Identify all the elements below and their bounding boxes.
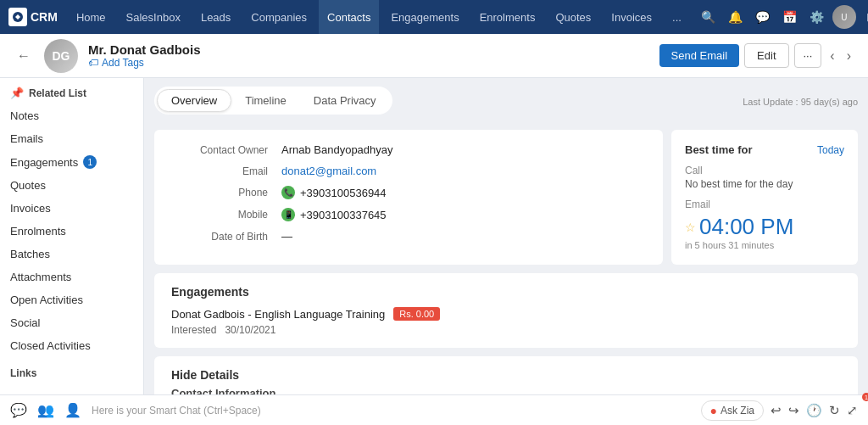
star-icon: ☆ <box>685 221 696 234</box>
avatar[interactable]: U <box>832 5 856 29</box>
sidebar-item-quotes[interactable]: Quotes <box>0 174 143 197</box>
tab-timeline[interactable]: Timeline <box>231 90 300 111</box>
phone-row: Phone 📞 +3903100536944 <box>171 186 646 199</box>
nav-more[interactable]: ... <box>664 0 690 34</box>
sidebar-item-invoices[interactable]: Invoices <box>0 197 143 220</box>
gear-icon[interactable]: ⚙️ <box>805 5 829 29</box>
engagements-title: Engagements <box>171 285 841 299</box>
calendar-icon[interactable]: 📅 <box>778 5 802 29</box>
nav-quotes[interactable]: Quotes <box>547 0 599 34</box>
prev-button[interactable]: ‹ <box>826 45 837 67</box>
bell-icon[interactable]: 🔔 <box>724 5 748 29</box>
ask-zia-button[interactable]: ● Ask Zia 1 <box>701 400 764 421</box>
grid-icon[interactable]: ⊞ <box>860 5 868 29</box>
sidebar-item-closed-activities[interactable]: Closed Activities <box>0 334 143 357</box>
action-buttons: Send Email Edit ··· ‹ › <box>659 43 854 68</box>
smart-chat-placeholder[interactable]: Here is your Smart Chat (Ctrl+Space) <box>92 405 261 417</box>
edit-button[interactable]: Edit <box>744 43 788 68</box>
contact-name: Mr. Donat Gadbois <box>88 42 649 57</box>
sidebar-item-batches[interactable]: Batches <box>0 243 143 266</box>
nav-companies[interactable]: Companies <box>242 0 315 34</box>
phone-value: 📞 +3903100536944 <box>281 186 387 199</box>
main-layout: 📌 Related List Notes Emails Engagements … <box>0 78 868 425</box>
engagements-badge: 1 <box>83 155 97 169</box>
logo-icon <box>8 8 27 26</box>
more-button[interactable]: ··· <box>794 43 822 68</box>
email-row: Email donat2@gmail.com <box>171 165 646 177</box>
sidebar-item-open-activities[interactable]: Open Activities <box>0 288 143 311</box>
best-time-title: Best time for <box>685 143 752 156</box>
contact-info-card: Contact Owner Arnab Bandyopadhyay Email … <box>154 130 663 265</box>
search-icon[interactable]: 🔍 <box>697 5 721 29</box>
sidebar-item-attachments[interactable]: Attachments <box>0 266 143 288</box>
email-time-value: ☆ 04:00 PM <box>685 214 793 240</box>
bottom-left: 💬 👥 👤 Here is your Smart Chat (Ctrl+Spac… <box>10 402 261 418</box>
sidebar-item-notes[interactable]: Notes <box>0 104 143 127</box>
sidebar-item-emails[interactable]: Emails <box>0 127 143 150</box>
pin-icon: 📌 <box>10 87 24 99</box>
content-area: Overview Timeline Data Privacy Last Upda… <box>144 78 868 425</box>
email-label: Email <box>171 165 281 177</box>
tab-data-privacy[interactable]: Data Privacy <box>300 90 390 111</box>
next-button[interactable]: › <box>843 45 854 67</box>
engagement-badge: Rs. 0.00 <box>393 307 440 321</box>
sidebar-links-title: Links <box>0 357 143 384</box>
undo-icon[interactable]: ↩ <box>771 403 782 418</box>
engagement-details: Interested 30/10/2021 <box>171 324 841 336</box>
contact-owner-value: Arnab Bandyopadhyay <box>281 143 393 156</box>
nav-leads[interactable]: Leads <box>192 0 239 34</box>
email-time-display: ☆ 04:00 PM <box>685 214 844 240</box>
sidebar-item-enrolments[interactable]: Enrolments <box>0 220 143 243</box>
zia-icon: ● <box>710 404 717 417</box>
nav-engagements[interactable]: Engagements <box>382 0 467 34</box>
contact-info: Mr. Donat Gadbois 🏷 Add Tags <box>88 42 649 69</box>
nav-salesinbox[interactable]: SalesInbox <box>118 0 189 34</box>
bottom-bar: 💬 👥 👤 Here is your Smart Chat (Ctrl+Spac… <box>0 394 868 425</box>
dob-label: Date of Birth <box>171 231 281 243</box>
crm-logo[interactable]: CRM <box>8 8 58 26</box>
zia-notification-dot: 1 <box>862 393 868 401</box>
sidebar-section-title: 📌 Related List <box>0 78 143 104</box>
nav-enrolments[interactable]: Enrolments <box>471 0 544 34</box>
message-icon[interactable]: 💬 <box>751 5 775 29</box>
mobile-label: Mobile <box>171 209 281 221</box>
engagements-card: Engagements Donat Gadbois - English Lang… <box>154 273 858 348</box>
tab-overview[interactable]: Overview <box>157 89 231 112</box>
contact-header: ← DG Mr. Donat Gadbois 🏷 Add Tags Send E… <box>0 34 868 78</box>
mobile-icon: 📱 <box>281 208 295 221</box>
no-best-time-text: No best time for the day <box>685 178 844 190</box>
engagement-row: Donat Gadbois - English Language Trainin… <box>171 307 841 321</box>
nav-icon-group: 🔍 🔔 💬 📅 ⚙️ U ⊞ <box>697 5 868 29</box>
sidebar-item-engagements[interactable]: Engagements 1 <box>0 150 143 174</box>
send-email-button[interactable]: Send Email <box>659 44 739 67</box>
nav-contacts[interactable]: Contacts <box>319 0 379 34</box>
contact-avatar: DG <box>44 39 78 73</box>
email-time-note: in 5 hours 31 minutes <box>685 240 844 250</box>
tag-icon: 🏷 <box>88 57 98 69</box>
phone-label: Phone <box>171 187 281 199</box>
redo-icon[interactable]: ↪ <box>788 403 799 418</box>
expand-icon[interactable]: ⤢ <box>847 403 858 418</box>
email-link[interactable]: donat2@gmail.com <box>281 165 376 177</box>
contacts-icon[interactable]: 👥 <box>37 402 54 418</box>
person-icon[interactable]: 👤 <box>64 402 81 418</box>
nav-invoices[interactable]: Invoices <box>603 0 660 34</box>
nav-home[interactable]: Home <box>68 0 114 34</box>
engagement-name[interactable]: Donat Gadbois - English Language Trainin… <box>171 308 385 321</box>
hide-details-title[interactable]: Hide Details <box>171 368 841 382</box>
email-value: donat2@gmail.com <box>281 165 376 177</box>
call-label: Call <box>685 165 844 176</box>
back-button[interactable]: ← <box>14 45 34 67</box>
sidebar: 📌 Related List Notes Emails Engagements … <box>0 78 144 425</box>
today-badge[interactable]: Today <box>817 144 844 156</box>
add-tags-link[interactable]: 🏷 Add Tags <box>88 57 649 69</box>
tabs-bar: Overview Timeline Data Privacy <box>154 87 392 115</box>
clock-icon[interactable]: 🕐 <box>806 403 822 418</box>
bottom-right: ● Ask Zia 1 ↩ ↪ 🕐 ↻ ⤢ <box>701 400 858 421</box>
chat-icon[interactable]: 💬 <box>10 402 27 418</box>
mobile-row: Mobile 📱 +3903100337645 <box>171 208 646 221</box>
refresh-icon[interactable]: ↻ <box>829 403 840 418</box>
sidebar-item-social[interactable]: Social <box>0 311 143 334</box>
best-time-card: Best time for Today Call No best time fo… <box>671 130 858 265</box>
last-update-text: Last Update : 95 day(s) ago <box>743 97 858 107</box>
